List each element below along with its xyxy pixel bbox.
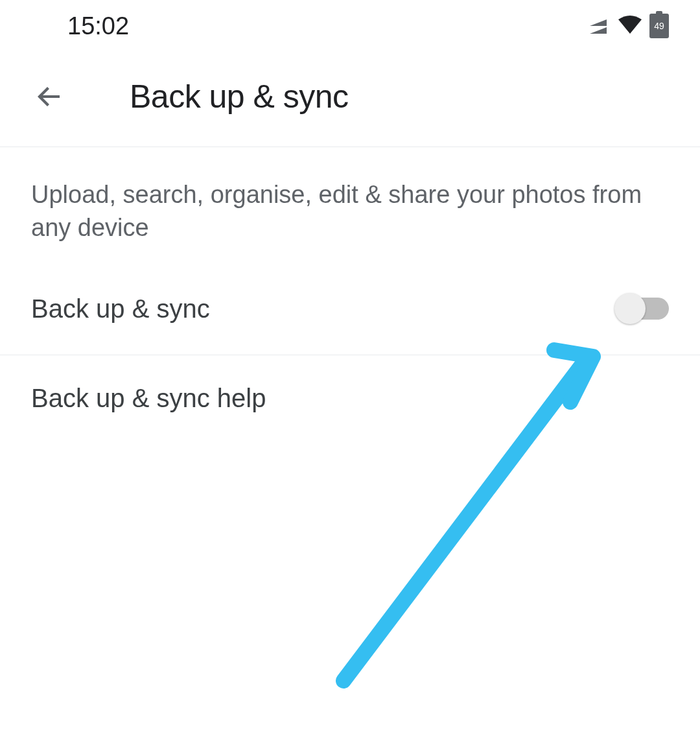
battery-icon: 49: [649, 14, 669, 38]
toggle-thumb: [614, 293, 646, 324]
back-button[interactable]: [31, 78, 67, 115]
backup-sync-label: Back up & sync: [31, 294, 210, 324]
arrow-back-icon: [34, 81, 65, 112]
status-time: 15:02: [67, 12, 129, 40]
battery-level: 49: [654, 21, 664, 31]
backup-sync-setting-row[interactable]: Back up & sync: [0, 271, 700, 355]
status-bar: 15:02 49: [0, 0, 700, 52]
page-description: Upload, search, organise, edit & share y…: [0, 147, 700, 271]
status-icons: 49: [587, 14, 669, 38]
backup-sync-help-label: Back up & sync help: [31, 384, 669, 413]
backup-sync-toggle[interactable]: [614, 296, 669, 321]
backup-sync-help-row[interactable]: Back up & sync help: [0, 355, 700, 442]
page-title: Back up & sync: [130, 78, 349, 115]
wifi-icon: [618, 16, 642, 36]
app-bar: Back up & sync: [0, 52, 700, 147]
cellular-signal-icon: [587, 17, 611, 35]
